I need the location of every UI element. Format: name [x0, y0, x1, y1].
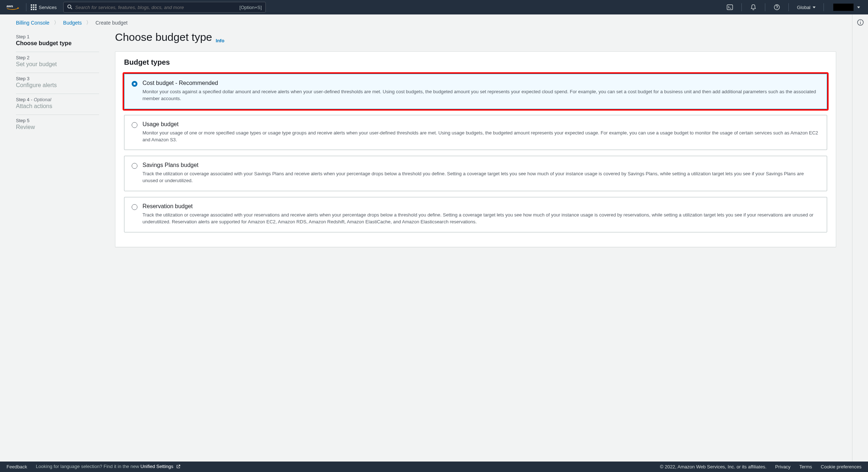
breadcrumb-billing-console[interactable]: Billing Console: [16, 20, 50, 26]
svg-point-15: [777, 9, 777, 9]
budget-type-usage[interactable]: Usage budget Monitor your usage of one o…: [124, 115, 827, 150]
language-note: Looking for language selection? Find it …: [36, 464, 180, 470]
info-circle-icon: [857, 19, 864, 26]
wizard-step-2[interactable]: Step 2 Set your budget: [16, 52, 99, 73]
option-title: Reservation budget: [142, 203, 820, 210]
svg-text:aws: aws: [7, 4, 13, 8]
svg-line-19: [178, 465, 180, 467]
svg-rect-2: [33, 4, 34, 6]
svg-rect-9: [35, 9, 37, 10]
copyright-text: © 2022, Amazon Web Services, Inc. or its…: [660, 464, 767, 469]
option-description: Monitor your usage of one or more specif…: [142, 130, 820, 143]
nav-divider: [741, 3, 742, 11]
nav-divider: [824, 3, 824, 11]
option-title: Usage budget: [142, 121, 820, 128]
cloudshell-icon[interactable]: [723, 4, 737, 10]
highlight-box: Cost budget - Recommended Monitor your c…: [123, 72, 829, 111]
radio-icon: [132, 204, 137, 210]
option-title: Savings Plans budget: [142, 162, 820, 168]
step-title: Review: [16, 124, 99, 130]
nav-divider: [765, 3, 765, 11]
page-header: Choose budget type Info: [115, 31, 836, 43]
option-description: Track the utilization or coverage associ…: [142, 212, 820, 226]
svg-point-17: [860, 21, 861, 21]
step-title: Choose budget type: [16, 40, 99, 47]
account-menu[interactable]: [828, 4, 864, 11]
external-link-icon: [176, 464, 180, 470]
terms-link[interactable]: Terms: [799, 464, 812, 469]
svg-rect-5: [33, 7, 34, 8]
svg-point-10: [68, 5, 71, 8]
step-number: Step 5: [16, 118, 99, 123]
option-description: Monitor your costs against a specified d…: [142, 89, 820, 102]
services-menu-button[interactable]: Services: [31, 4, 57, 10]
privacy-link[interactable]: Privacy: [775, 464, 791, 469]
services-label: Services: [39, 5, 57, 10]
nav-divider: [26, 3, 26, 11]
nav-divider: [788, 3, 789, 11]
help-panel-toggle[interactable]: [852, 14, 868, 462]
search-input[interactable]: [75, 5, 237, 10]
step-number: Step 3: [16, 76, 99, 81]
step-number: Step 2: [16, 55, 99, 60]
step-title: Set your budget: [16, 61, 99, 68]
region-label: Global: [797, 5, 810, 10]
wizard-step-3[interactable]: Step 3 Configure alerts: [16, 73, 99, 94]
global-search[interactable]: [Option+S]: [63, 2, 266, 13]
page-title: Choose budget type: [115, 31, 212, 43]
region-selector[interactable]: Global: [793, 5, 819, 10]
grid-icon: [31, 4, 37, 10]
radio-icon: [132, 163, 137, 169]
main-panel: Choose budget type Info Budget types Cos…: [115, 31, 836, 247]
unified-settings-link[interactable]: Unified Settings: [140, 464, 173, 469]
option-title: Cost budget - Recommended: [142, 80, 820, 86]
footer-bar: Feedback Looking for language selection?…: [0, 462, 868, 472]
caret-down-icon: [857, 7, 860, 8]
budget-type-reservation[interactable]: Reservation budget Track the utilization…: [124, 197, 827, 232]
step-number: Step 4 - Optional: [16, 97, 99, 102]
svg-rect-8: [33, 9, 34, 10]
svg-line-11: [71, 8, 72, 9]
radio-icon: [132, 122, 137, 128]
radio-icon: [132, 81, 137, 87]
wizard-step-4[interactable]: Step 4 - Optional Attach actions: [16, 94, 99, 115]
card-header: Budget types: [115, 52, 836, 72]
breadcrumb: Billing Console 〉 Budgets 〉 Create budge…: [0, 20, 852, 31]
breadcrumb-current: Create budget: [95, 20, 128, 26]
svg-rect-3: [35, 4, 37, 6]
info-link[interactable]: Info: [216, 38, 225, 43]
option-description: Track the utilization or coverage associ…: [142, 171, 820, 184]
svg-rect-7: [31, 9, 32, 10]
notifications-icon[interactable]: [746, 4, 761, 10]
budget-type-cost[interactable]: Cost budget - Recommended Monitor your c…: [124, 74, 827, 109]
search-hotkey-hint: [Option+S]: [239, 5, 262, 10]
svg-rect-12: [727, 5, 733, 10]
step-number: Step 1: [16, 34, 99, 39]
chevron-right-icon: 〉: [86, 20, 91, 26]
feedback-link[interactable]: Feedback: [7, 464, 27, 469]
help-icon[interactable]: [770, 4, 784, 10]
search-icon: [67, 4, 72, 10]
step-title: Attach actions: [16, 103, 99, 110]
svg-rect-6: [35, 7, 37, 8]
aws-logo[interactable]: aws: [4, 4, 22, 11]
top-navigation: aws Services [Option+S] Global: [0, 0, 868, 14]
budget-types-card: Budget types Cost budget - Recommended M…: [115, 51, 836, 247]
budget-type-savings-plans[interactable]: Savings Plans budget Track the utilizati…: [124, 156, 827, 191]
step-title: Configure alerts: [16, 82, 99, 89]
account-name-redacted: [833, 4, 854, 11]
svg-rect-1: [31, 4, 32, 6]
body: Billing Console 〉 Budgets 〉 Create budge…: [0, 14, 868, 462]
svg-rect-4: [31, 7, 32, 8]
main-column: Billing Console 〉 Budgets 〉 Create budge…: [0, 14, 852, 462]
breadcrumb-budgets[interactable]: Budgets: [63, 20, 82, 26]
cookie-preferences-link[interactable]: Cookie preferences: [821, 464, 861, 469]
card-body: Cost budget - Recommended Monitor your c…: [115, 72, 836, 247]
wizard-step-5[interactable]: Step 5 Review: [16, 115, 99, 136]
chevron-right-icon: 〉: [54, 20, 59, 26]
caret-down-icon: [813, 7, 816, 8]
wizard-steps: Step 1 Choose budget type Step 2 Set you…: [16, 31, 99, 247]
wizard-step-1[interactable]: Step 1 Choose budget type: [16, 31, 99, 52]
